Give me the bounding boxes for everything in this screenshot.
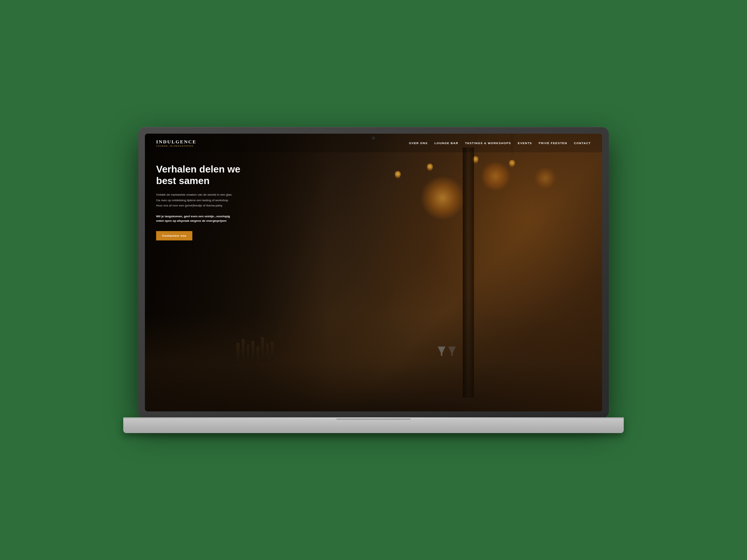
bottle-6 bbox=[261, 337, 264, 361]
cocktail-glasses bbox=[438, 346, 456, 356]
laptop-base bbox=[123, 417, 624, 433]
hero-note: Wil je langskomen, geef even een seintje… bbox=[156, 214, 298, 224]
martini-glass-1 bbox=[438, 346, 445, 356]
bottles-row bbox=[236, 337, 274, 361]
bottle-2 bbox=[242, 339, 245, 361]
laptop-body: INDULGENCE LOUNGE, IN DEGUSTATIES OVER O… bbox=[138, 127, 609, 418]
nav-item-events[interactable]: EVENTS bbox=[518, 141, 532, 145]
navigation: INDULGENCE LOUNGE, IN DEGUSTATIES OVER O… bbox=[145, 134, 602, 152]
hero-content: Verhalen delen we best samen Ontdek de m… bbox=[156, 164, 298, 240]
nav-item-prive-feesten[interactable]: PRIVÉ FEESTEN bbox=[539, 141, 567, 145]
nav-menu: OVER ONS LOUNGE BAR TASTINGS & WORKSHOPS… bbox=[409, 141, 591, 145]
nav-item-lounge-bar[interactable]: LOUNGE BAR bbox=[434, 141, 458, 145]
martini-glass-2 bbox=[448, 346, 456, 356]
laptop-mockup: INDULGENCE LOUNGE, IN DEGUSTATIES OVER O… bbox=[138, 127, 609, 433]
website: INDULGENCE LOUNGE, IN DEGUSTATIES OVER O… bbox=[145, 134, 602, 411]
right-panel bbox=[374, 134, 602, 411]
bottle-3 bbox=[247, 345, 249, 361]
nav-item-contact[interactable]: CONTACT bbox=[574, 141, 591, 145]
hero-title: Verhalen delen we best samen bbox=[156, 164, 298, 187]
bottle-8 bbox=[271, 342, 274, 361]
logo-sub: LOUNGE, IN DEGUSTATIES bbox=[156, 145, 196, 147]
nav-item-tastings[interactable]: TASTINGS & WORKSHOPS bbox=[465, 141, 511, 145]
bottle-1 bbox=[236, 343, 239, 361]
nav-item-over-ons[interactable]: OVER ONS bbox=[409, 141, 428, 145]
logo: INDULGENCE LOUNGE, IN DEGUSTATIES bbox=[156, 139, 196, 147]
bottle-4 bbox=[251, 341, 254, 361]
logo-main: INDULGENCE bbox=[156, 139, 196, 145]
hero-description: Ontdek de markantste smaken van de werel… bbox=[156, 192, 298, 208]
bottle-7 bbox=[266, 343, 269, 361]
bottle-5 bbox=[257, 346, 259, 361]
cta-button[interactable]: Contacteer ons bbox=[156, 231, 192, 240]
screen-bezel: INDULGENCE LOUNGE, IN DEGUSTATIES OVER O… bbox=[145, 134, 602, 411]
